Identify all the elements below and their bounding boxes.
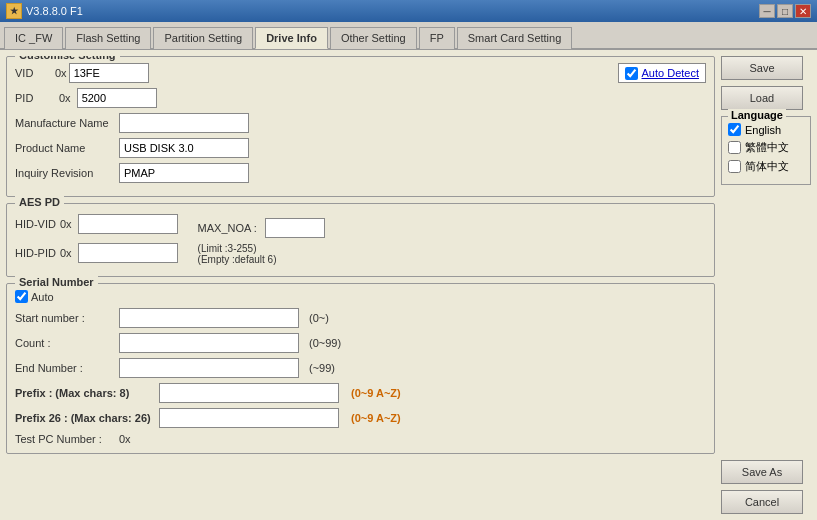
lang-simplified[interactable]: 简体中文: [728, 159, 804, 174]
manufacture-label: Manufacture Name: [15, 117, 115, 129]
manufacture-row: Manufacture Name: [15, 113, 706, 133]
load-button[interactable]: Load: [721, 86, 803, 110]
max-noa-empty: (Empty :default 6): [198, 254, 325, 265]
max-noa-limit: (Limit :3-255): [198, 243, 325, 254]
hid-vid-input[interactable]: [78, 214, 178, 234]
lang-english-checkbox[interactable]: [728, 123, 741, 136]
pid-hex: 0x: [59, 92, 71, 104]
tab-drive-info[interactable]: Drive Info: [255, 27, 328, 49]
save-as-button[interactable]: Save As: [721, 460, 803, 484]
max-noa-input[interactable]: [265, 218, 325, 238]
start-label: Start number :: [15, 312, 115, 324]
tab-other-setting[interactable]: Other Setting: [330, 27, 417, 49]
vid-row: VID 0x Auto Detect: [15, 63, 706, 83]
lang-simplified-label[interactable]: 简体中文: [745, 159, 789, 174]
hid-pid-hex: 0x: [60, 247, 72, 259]
start-number-row: Start number : (0~): [15, 308, 706, 328]
auto-detect-label[interactable]: Auto Detect: [642, 67, 699, 79]
prefix-label: Prefix : (Max chars: 8): [15, 387, 155, 399]
auto-checkbox-label[interactable]: Auto: [15, 290, 54, 303]
count-row: Count : (0~99): [15, 333, 706, 353]
title-text: V3.8.8.0 F1: [26, 5, 83, 17]
auto-checkbox[interactable]: [15, 290, 28, 303]
product-label: Product Name: [15, 142, 115, 154]
auto-row: Auto: [15, 290, 706, 303]
tab-bar: IC _FW Flash Setting Partition Setting D…: [0, 22, 817, 50]
pid-input[interactable]: [77, 88, 157, 108]
tab-flash-setting[interactable]: Flash Setting: [65, 27, 151, 49]
aes-right: MAX_NOA : (Limit :3-255) (Empty :default…: [198, 214, 325, 268]
count-range: (0~99): [309, 337, 341, 349]
auto-detect-checkbox[interactable]: [625, 67, 638, 80]
left-panel: Customise Setting VID 0x Auto Detect: [6, 56, 715, 514]
lang-english[interactable]: English: [728, 123, 804, 136]
start-range: (0~): [309, 312, 329, 324]
hid-vid-hex: 0x: [60, 218, 72, 230]
inquiry-label: Inquiry Revision: [15, 167, 115, 179]
minimize-button[interactable]: ─: [759, 4, 775, 18]
prefix26-row: Prefix 26 : (Max chars: 26) (0~9 A~Z): [15, 408, 706, 428]
test-pc-value: 0x: [119, 433, 131, 445]
right-panel: Save Load Language English 繁體中文 简体中文 Sa: [721, 56, 811, 514]
lang-traditional-checkbox[interactable]: [728, 141, 741, 154]
test-pc-label: Test PC Number :: [15, 433, 115, 445]
prefix-input[interactable]: [159, 383, 339, 403]
prefix-row: Prefix : (Max chars: 8) (0~9 A~Z): [15, 383, 706, 403]
tab-fp[interactable]: FP: [419, 27, 455, 49]
serial-number-title: Serial Number: [15, 276, 98, 288]
pid-row: PID 0x: [15, 88, 706, 108]
product-input[interactable]: [119, 138, 249, 158]
prefix26-input[interactable]: [159, 408, 339, 428]
product-row: Product Name: [15, 138, 706, 158]
main-window: IC _FW Flash Setting Partition Setting D…: [0, 22, 817, 520]
start-input[interactable]: [119, 308, 299, 328]
prefix-range: (0~9 A~Z): [351, 387, 401, 399]
manufacture-input[interactable]: [119, 113, 249, 133]
inquiry-input[interactable]: [119, 163, 249, 183]
count-input[interactable]: [119, 333, 299, 353]
hid-vid-row: HID-VID 0x: [15, 214, 178, 234]
lang-traditional[interactable]: 繁體中文: [728, 140, 804, 155]
tab-partition-setting[interactable]: Partition Setting: [153, 27, 253, 49]
test-pc-row: Test PC Number : 0x: [15, 433, 706, 445]
vid-input[interactable]: [69, 63, 149, 83]
save-button[interactable]: Save: [721, 56, 803, 80]
count-label: Count :: [15, 337, 115, 349]
aes-pd-title: AES PD: [15, 196, 64, 208]
title-bar: ★ V3.8.8.0 F1 ─ □ ✕: [0, 0, 817, 22]
max-noa-label: MAX_NOA :: [198, 222, 257, 234]
lang-traditional-label[interactable]: 繁體中文: [745, 140, 789, 155]
customise-group: Customise Setting VID 0x Auto Detect: [6, 56, 715, 197]
end-range: (~99): [309, 362, 335, 374]
lang-simplified-checkbox[interactable]: [728, 160, 741, 173]
vid-hex: 0x: [55, 67, 67, 79]
hid-pid-row: HID-PID 0x: [15, 243, 178, 263]
tab-smart-card[interactable]: Smart Card Setting: [457, 27, 573, 49]
content-area: Customise Setting VID 0x Auto Detect: [0, 50, 817, 520]
end-number-row: End Number : (~99): [15, 358, 706, 378]
maximize-button[interactable]: □: [777, 4, 793, 18]
prefix26-range: (0~9 A~Z): [351, 412, 401, 424]
prefix26-label: Prefix 26 : (Max chars: 26): [15, 412, 155, 424]
aes-pd-group: AES PD HID-VID 0x HID-PID 0x: [6, 203, 715, 277]
hid-pid-input[interactable]: [78, 243, 178, 263]
auto-detect-wrapper: Auto Detect: [618, 63, 706, 83]
close-button[interactable]: ✕: [795, 4, 811, 18]
inquiry-row: Inquiry Revision: [15, 163, 706, 183]
pid-label: PID: [15, 92, 55, 104]
customise-title: Customise Setting: [15, 56, 120, 61]
hid-pid-label: HID-PID: [15, 247, 56, 259]
language-group: Language English 繁體中文 简体中文: [721, 116, 811, 185]
end-input[interactable]: [119, 358, 299, 378]
cancel-button[interactable]: Cancel: [721, 490, 803, 514]
max-noa-row: MAX_NOA :: [198, 218, 325, 238]
aes-pd-inner: HID-VID 0x HID-PID 0x MAX_NOA :: [15, 210, 706, 268]
vid-label: VID: [15, 67, 55, 79]
tab-ic-fw[interactable]: IC _FW: [4, 27, 63, 49]
aes-left: HID-VID 0x HID-PID 0x: [15, 214, 178, 268]
serial-number-group: Serial Number Auto Start number : (0~): [6, 283, 715, 454]
app-icon: ★: [6, 3, 22, 19]
hid-vid-label: HID-VID: [15, 218, 56, 230]
language-title: Language: [728, 109, 786, 121]
lang-english-label[interactable]: English: [745, 124, 781, 136]
